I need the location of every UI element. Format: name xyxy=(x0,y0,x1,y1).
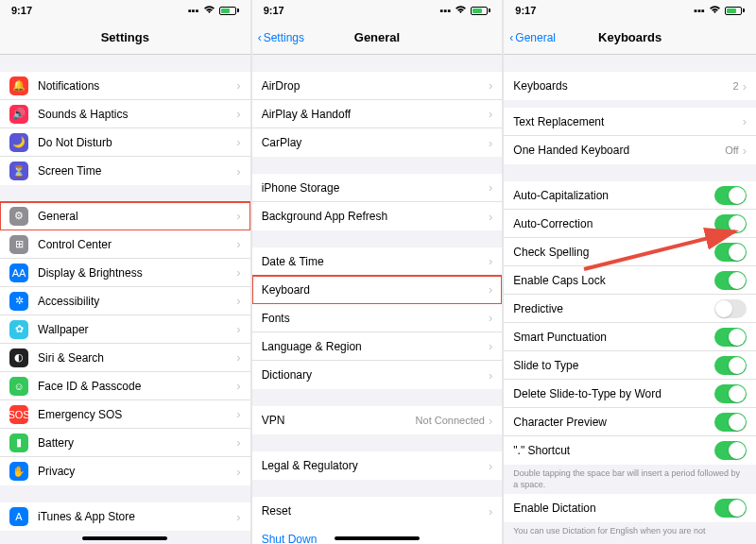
settings-row[interactable]: Predictive xyxy=(504,295,756,323)
settings-row[interactable]: Smart Punctuation xyxy=(504,323,756,351)
row-label: Battery xyxy=(38,436,236,450)
status-bar: 9:17 ▪▪▪ xyxy=(252,0,503,21)
settings-row[interactable]: ✿Wallpaper› xyxy=(0,315,250,344)
chevron-right-icon: › xyxy=(743,144,747,158)
chevron-right-icon: › xyxy=(489,282,492,297)
settings-row[interactable]: Keyboards2› xyxy=(504,72,756,100)
footer-hint: You can use Dictation for English when y… xyxy=(504,522,756,541)
settings-row[interactable]: One Handed KeyboardOff› xyxy=(504,136,756,164)
row-label: iPhone Storage xyxy=(262,181,489,195)
settings-row[interactable]: Character Preview xyxy=(504,408,756,436)
row-icon: ◐ xyxy=(9,348,28,367)
row-label: Fonts xyxy=(262,312,489,325)
settings-row[interactable]: ☺Face ID & Passcode› xyxy=(0,372,250,400)
chevron-left-icon: ‹ xyxy=(258,31,262,44)
chevron-right-icon: › xyxy=(236,465,240,479)
row-label: Accessibility xyxy=(38,295,236,308)
toggle-switch[interactable] xyxy=(714,441,747,460)
settings-row[interactable]: 🌙Do Not Disturb› xyxy=(0,128,250,157)
settings-row[interactable]: Reset› xyxy=(252,497,503,525)
chevron-right-icon: › xyxy=(236,237,240,251)
settings-row[interactable]: ◐Siri & Search› xyxy=(0,344,250,372)
chevron-right-icon: › xyxy=(743,114,747,128)
settings-row[interactable]: Fonts› xyxy=(252,304,503,332)
chevron-right-icon: › xyxy=(236,407,240,421)
chevron-right-icon: › xyxy=(489,210,492,224)
chevron-left-icon: ‹ xyxy=(509,31,513,44)
chevron-right-icon: › xyxy=(489,136,492,150)
home-indicator[interactable] xyxy=(82,536,167,540)
nav-back-button[interactable]: ‹ General xyxy=(509,31,556,44)
settings-row[interactable]: AirPlay & Handoff› xyxy=(252,100,503,128)
toggle-switch[interactable] xyxy=(714,328,747,347)
row-icon: A xyxy=(9,507,28,526)
signal-icon: ▪▪▪ xyxy=(440,5,452,16)
settings-row[interactable]: Dictionary› xyxy=(252,361,503,389)
row-icon: AA xyxy=(9,264,28,282)
status-bar: 9:17 ▪▪▪ xyxy=(504,0,756,21)
settings-row[interactable]: ⊞Control Center› xyxy=(0,230,250,259)
chevron-right-icon: › xyxy=(489,368,492,382)
settings-row[interactable]: AADisplay & Brightness› xyxy=(0,259,250,287)
settings-row[interactable]: ⚙︎General› xyxy=(0,202,250,230)
settings-row[interactable]: AirDrop› xyxy=(252,72,503,100)
settings-row[interactable]: Auto-Capitalization xyxy=(504,181,756,210)
status-indicators: ▪▪▪ xyxy=(440,5,491,16)
home-indicator[interactable] xyxy=(335,536,420,540)
row-icon: ⊞ xyxy=(9,235,28,254)
row-icon: 🔔 xyxy=(9,76,28,95)
status-time: 9:17 xyxy=(515,5,536,16)
shut-down-row[interactable]: Shut Down xyxy=(252,525,503,544)
row-label: Face ID & Passcode xyxy=(38,380,236,393)
settings-row[interactable]: "." Shortcut xyxy=(504,436,756,465)
settings-row[interactable]: iPhone Storage› xyxy=(252,174,503,202)
settings-row[interactable]: Language & Region› xyxy=(252,332,503,361)
chevron-right-icon: › xyxy=(489,107,492,121)
row-label: AirPlay & Handoff xyxy=(262,108,489,121)
row-label: Reset xyxy=(262,504,489,518)
settings-row[interactable]: Text Replacement› xyxy=(504,108,756,136)
settings-row[interactable]: Keyboard› xyxy=(252,276,503,304)
battery-icon xyxy=(219,7,239,15)
settings-row[interactable]: CarPlay› xyxy=(252,128,503,157)
row-icon: SOS xyxy=(9,405,28,424)
settings-row[interactable]: ▮Battery› xyxy=(0,429,250,457)
nav-bar: ‹ General Keyboards xyxy=(504,21,756,55)
chevron-right-icon: › xyxy=(489,78,492,93)
settings-row[interactable]: Slide to Type xyxy=(504,351,756,380)
toggle-switch[interactable] xyxy=(714,299,747,318)
row-label: Auto-Capitalization xyxy=(513,189,714,202)
settings-row[interactable]: ✲Accessibility› xyxy=(0,287,250,315)
wifi-icon xyxy=(203,5,215,16)
row-label: iTunes & App Store xyxy=(38,510,236,523)
settings-row[interactable]: AiTunes & App Store› xyxy=(0,502,250,531)
settings-row[interactable]: Legal & Regulatory› xyxy=(252,451,503,480)
toggle-switch[interactable] xyxy=(714,413,747,432)
settings-row[interactable]: ⏳Screen Time› xyxy=(0,157,250,185)
settings-row[interactable]: Date & Time› xyxy=(252,247,503,276)
settings-row[interactable]: ✋Privacy› xyxy=(0,457,250,485)
settings-row[interactable]: 🔊Sounds & Haptics› xyxy=(0,100,250,128)
settings-row[interactable]: Background App Refresh› xyxy=(252,202,503,230)
settings-row[interactable]: SOSEmergency SOS› xyxy=(0,400,250,429)
chevron-right-icon: › xyxy=(236,294,240,308)
settings-row[interactable]: 🔔Notifications› xyxy=(0,72,250,100)
row-label: Do Not Disturb xyxy=(38,136,236,149)
settings-panel: 9:17 ▪▪▪ Settings 🔔Notifications›🔊Sounds… xyxy=(0,0,252,544)
chevron-right-icon: › xyxy=(236,510,240,524)
toggle-switch[interactable] xyxy=(714,356,747,375)
row-label: Siri & Search xyxy=(38,351,236,365)
settings-row[interactable]: Delete Slide-to-Type by Word xyxy=(504,380,756,408)
footer-hint: Double tapping the space bar will insert… xyxy=(504,465,756,494)
row-label: Dictionary xyxy=(262,368,489,382)
toggle-switch[interactable] xyxy=(714,499,747,518)
row-icon: ⏳ xyxy=(9,162,28,180)
chevron-right-icon: › xyxy=(236,78,240,93)
toggle-switch[interactable] xyxy=(714,384,747,403)
nav-back-button[interactable]: ‹ Settings xyxy=(258,31,304,44)
settings-row[interactable]: VPNNot Connected› xyxy=(252,406,503,434)
toggle-switch[interactable] xyxy=(714,186,747,205)
general-panel: 9:17 ▪▪▪ ‹ Settings General AirDrop›AirP… xyxy=(252,0,505,544)
settings-row[interactable]: Enable Dictation xyxy=(504,494,756,522)
status-time: 9:17 xyxy=(264,5,284,16)
